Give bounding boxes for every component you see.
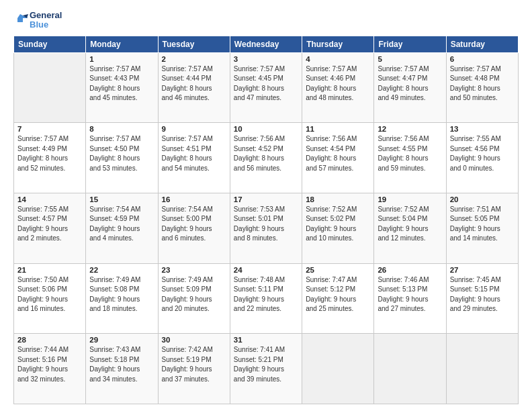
- calendar-cell: 23Sunrise: 7:49 AMSunset: 5:09 PMDayligh…: [158, 263, 230, 334]
- header: General Blue: [13, 11, 519, 30]
- day-info: Sunrise: 7:52 AMSunset: 5:02 PMDaylight:…: [306, 205, 370, 244]
- weekday-monday: Monday: [86, 36, 158, 52]
- calendar-cell: [14, 52, 86, 123]
- day-info: Sunrise: 7:57 AMSunset: 4:47 PMDaylight:…: [378, 64, 442, 103]
- calendar-cell: 15Sunrise: 7:54 AMSunset: 4:59 PMDayligh…: [86, 193, 158, 263]
- weekday-sunday: Sunday: [14, 36, 86, 52]
- day-info: Sunrise: 7:57 AMSunset: 4:49 PMDaylight:…: [17, 134, 82, 173]
- day-number: 15: [89, 195, 154, 203]
- calendar-cell: [446, 334, 518, 404]
- day-info: Sunrise: 7:52 AMSunset: 5:04 PMDaylight:…: [378, 205, 442, 244]
- calendar-cell: 11Sunrise: 7:56 AMSunset: 4:54 PMDayligh…: [302, 123, 374, 193]
- calendar-cell: 22Sunrise: 7:49 AMSunset: 5:08 PMDayligh…: [86, 263, 158, 334]
- day-info: Sunrise: 7:57 AMSunset: 4:46 PMDaylight:…: [306, 64, 370, 103]
- day-number: 20: [450, 195, 515, 203]
- day-number: 6: [450, 55, 515, 63]
- calendar-cell: [374, 334, 446, 404]
- day-info: Sunrise: 7:54 AMSunset: 5:00 PMDaylight:…: [162, 205, 226, 244]
- calendar-cell: 20Sunrise: 7:51 AMSunset: 5:05 PMDayligh…: [446, 193, 518, 263]
- calendar-cell: 25Sunrise: 7:47 AMSunset: 5:12 PMDayligh…: [302, 263, 374, 334]
- calendar-cell: 9Sunrise: 7:57 AMSunset: 4:51 PMDaylight…: [158, 123, 230, 193]
- day-number: 13: [450, 125, 515, 133]
- week-row-2: 7Sunrise: 7:57 AMSunset: 4:49 PMDaylight…: [14, 123, 519, 193]
- calendar-cell: 3Sunrise: 7:57 AMSunset: 4:45 PMDaylight…: [230, 52, 302, 123]
- day-info: Sunrise: 7:56 AMSunset: 4:55 PMDaylight:…: [378, 134, 442, 173]
- day-number: 16: [162, 195, 226, 203]
- day-info: Sunrise: 7:43 AMSunset: 5:18 PMDaylight:…: [89, 345, 154, 384]
- calendar-cell: 27Sunrise: 7:45 AMSunset: 5:15 PMDayligh…: [446, 263, 518, 334]
- day-number: 5: [378, 55, 442, 63]
- day-info: Sunrise: 7:56 AMSunset: 4:54 PMDaylight:…: [306, 134, 370, 173]
- day-info: Sunrise: 7:55 AMSunset: 4:56 PMDaylight:…: [450, 134, 515, 173]
- weekday-saturday: Saturday: [446, 36, 518, 52]
- day-info: Sunrise: 7:44 AMSunset: 5:16 PMDaylight:…: [17, 345, 82, 384]
- day-number: 21: [17, 266, 82, 274]
- day-info: Sunrise: 7:55 AMSunset: 4:57 PMDaylight:…: [17, 205, 82, 244]
- day-info: Sunrise: 7:53 AMSunset: 5:01 PMDaylight:…: [234, 205, 298, 244]
- day-number: 12: [378, 125, 442, 133]
- week-row-3: 14Sunrise: 7:55 AMSunset: 4:57 PMDayligh…: [14, 193, 519, 263]
- calendar-cell: 13Sunrise: 7:55 AMSunset: 4:56 PMDayligh…: [446, 123, 518, 193]
- day-info: Sunrise: 7:49 AMSunset: 5:09 PMDaylight:…: [162, 275, 226, 314]
- logo-blue: Blue: [30, 20, 62, 30]
- day-number: 2: [162, 55, 226, 63]
- weekday-wednesday: Wednesday: [230, 36, 302, 52]
- calendar-cell: 26Sunrise: 7:46 AMSunset: 5:13 PMDayligh…: [374, 263, 446, 334]
- day-info: Sunrise: 7:57 AMSunset: 4:48 PMDaylight:…: [450, 64, 515, 103]
- day-info: Sunrise: 7:57 AMSunset: 4:45 PMDaylight:…: [234, 64, 298, 103]
- weekday-header-row: SundayMondayTuesdayWednesdayThursdayFrid…: [14, 36, 519, 52]
- day-number: 29: [89, 336, 154, 344]
- day-info: Sunrise: 7:56 AMSunset: 4:52 PMDaylight:…: [234, 134, 298, 173]
- week-row-1: 1Sunrise: 7:57 AMSunset: 4:43 PMDaylight…: [14, 52, 519, 123]
- calendar-cell: 6Sunrise: 7:57 AMSunset: 4:48 PMDaylight…: [446, 52, 518, 123]
- day-number: 3: [234, 55, 298, 63]
- day-info: Sunrise: 7:49 AMSunset: 5:08 PMDaylight:…: [89, 275, 154, 314]
- calendar-cell: 29Sunrise: 7:43 AMSunset: 5:18 PMDayligh…: [86, 334, 158, 404]
- day-info: Sunrise: 7:57 AMSunset: 4:43 PMDaylight:…: [89, 64, 154, 103]
- day-number: 7: [17, 125, 82, 133]
- calendar-table: SundayMondayTuesdayWednesdayThursdayFrid…: [13, 36, 519, 404]
- logo-bird-icon: [13, 13, 28, 28]
- day-info: Sunrise: 7:57 AMSunset: 4:51 PMDaylight:…: [162, 134, 226, 173]
- calendar-cell: 24Sunrise: 7:48 AMSunset: 5:11 PMDayligh…: [230, 263, 302, 334]
- calendar-cell: 5Sunrise: 7:57 AMSunset: 4:47 PMDaylight…: [374, 52, 446, 123]
- day-number: 24: [234, 266, 298, 274]
- day-number: 11: [306, 125, 370, 133]
- weekday-tuesday: Tuesday: [158, 36, 230, 52]
- day-number: 1: [89, 55, 154, 63]
- day-number: 30: [162, 336, 226, 344]
- calendar-cell: 21Sunrise: 7:50 AMSunset: 5:06 PMDayligh…: [14, 263, 86, 334]
- weekday-friday: Friday: [374, 36, 446, 52]
- calendar-cell: 8Sunrise: 7:57 AMSunset: 4:50 PMDaylight…: [86, 123, 158, 193]
- week-row-5: 28Sunrise: 7:44 AMSunset: 5:16 PMDayligh…: [14, 334, 519, 404]
- day-number: 23: [162, 266, 226, 274]
- calendar-cell: 1Sunrise: 7:57 AMSunset: 4:43 PMDaylight…: [86, 52, 158, 123]
- calendar-cell: 10Sunrise: 7:56 AMSunset: 4:52 PMDayligh…: [230, 123, 302, 193]
- day-number: 10: [234, 125, 298, 133]
- calendar-cell: 7Sunrise: 7:57 AMSunset: 4:49 PMDaylight…: [14, 123, 86, 193]
- calendar-cell: 4Sunrise: 7:57 AMSunset: 4:46 PMDaylight…: [302, 52, 374, 123]
- logo-general: General: [30, 11, 62, 20]
- day-info: Sunrise: 7:48 AMSunset: 5:11 PMDaylight:…: [234, 275, 298, 314]
- calendar-cell: 16Sunrise: 7:54 AMSunset: 5:00 PMDayligh…: [158, 193, 230, 263]
- day-info: Sunrise: 7:41 AMSunset: 5:21 PMDaylight:…: [234, 345, 298, 384]
- day-number: 19: [378, 195, 442, 203]
- calendar-cell: 18Sunrise: 7:52 AMSunset: 5:02 PMDayligh…: [302, 193, 374, 263]
- day-number: 14: [17, 195, 82, 203]
- calendar-cell: 14Sunrise: 7:55 AMSunset: 4:57 PMDayligh…: [14, 193, 86, 263]
- calendar-cell: 30Sunrise: 7:42 AMSunset: 5:19 PMDayligh…: [158, 334, 230, 404]
- calendar-cell: 2Sunrise: 7:57 AMSunset: 4:44 PMDaylight…: [158, 52, 230, 123]
- day-info: Sunrise: 7:50 AMSunset: 5:06 PMDaylight:…: [17, 275, 82, 314]
- calendar-cell: [302, 334, 374, 404]
- day-number: 18: [306, 195, 370, 203]
- page: General Blue SundayMondayTuesdayWednesda…: [0, 0, 532, 411]
- day-number: 8: [89, 125, 154, 133]
- day-number: 17: [234, 195, 298, 203]
- day-info: Sunrise: 7:54 AMSunset: 4:59 PMDaylight:…: [89, 205, 154, 244]
- calendar-cell: 28Sunrise: 7:44 AMSunset: 5:16 PMDayligh…: [14, 334, 86, 404]
- day-number: 22: [89, 266, 154, 274]
- calendar-cell: 12Sunrise: 7:56 AMSunset: 4:55 PMDayligh…: [374, 123, 446, 193]
- day-number: 4: [306, 55, 370, 63]
- logo-text-block: General Blue: [13, 11, 62, 30]
- day-number: 31: [234, 336, 298, 344]
